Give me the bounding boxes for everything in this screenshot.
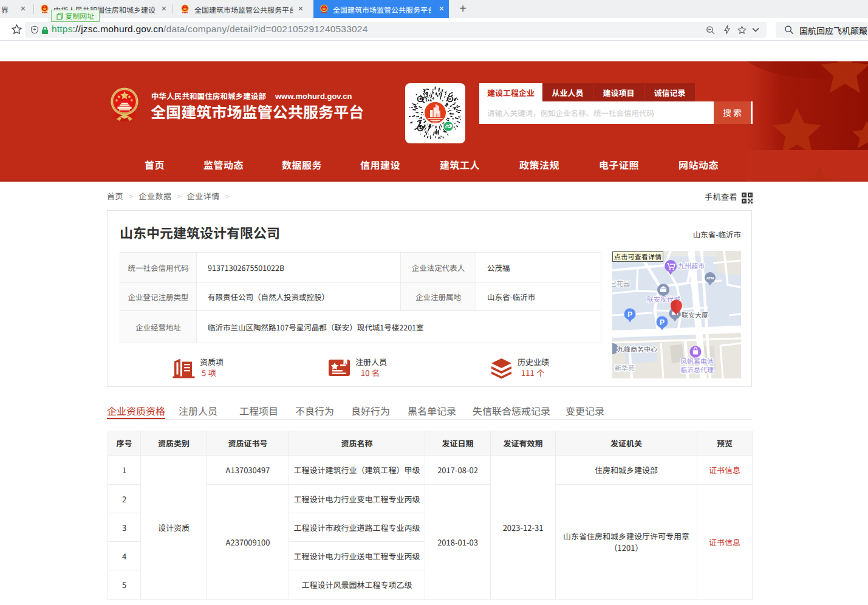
svg-text:联安大厦: 联安大厦 (682, 310, 708, 320)
svg-text:九州超市: 九州超市 (678, 261, 705, 270)
svg-text:P: P (627, 310, 632, 319)
svg-text:ATM: ATM (706, 276, 714, 280)
svg-text:新华苑: 新华苑 (615, 363, 635, 372)
svg-text:九峰商务中心: 九峰商务中心 (617, 344, 657, 354)
svg-text:己花园: 己花园 (612, 278, 630, 288)
svg-text:P: P (660, 318, 665, 327)
svg-text:临沂总代理: 临沂总代理 (680, 364, 714, 374)
